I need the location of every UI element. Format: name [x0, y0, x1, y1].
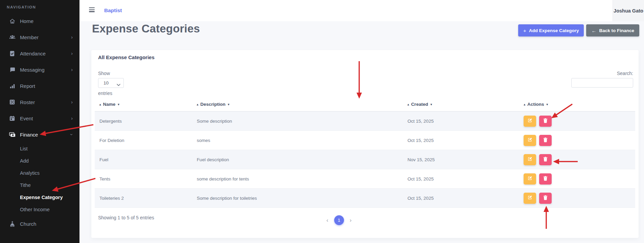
sidebar-item-roster[interactable]: Roster › [0, 94, 79, 110]
pagination-page-1-button[interactable]: 1 [334, 215, 344, 225]
table-row: Fuel Fuel description Nov 15, 2025 [95, 150, 635, 169]
sidebar-item-church[interactable]: Church [0, 216, 79, 232]
delete-button[interactable] [539, 135, 552, 146]
sort-asc-icon: ▴ [408, 103, 409, 106]
chevron-right-icon: › [71, 99, 73, 105]
chat-icon [9, 67, 16, 72]
entries-label: entries [98, 91, 112, 96]
sidebar-subitem-label: List [20, 146, 28, 151]
trash-icon [543, 137, 548, 143]
delete-button[interactable] [539, 193, 552, 204]
edit-button[interactable] [524, 154, 536, 165]
cell-actions [519, 131, 635, 150]
expense-categories-table: ▴Name▾ ▴Description▾ ▴Created▾ ▴Actions▾… [95, 97, 635, 208]
church-icon [9, 221, 16, 227]
column-header-actions[interactable]: ▴Actions▾ [519, 97, 635, 112]
expense-categories-card: All Expense Categories Show 10 entries S… [91, 50, 639, 238]
chevron-down-icon: › [69, 134, 75, 136]
calendar-icon [9, 116, 16, 121]
page-size-select[interactable]: 10 [98, 78, 124, 88]
sidebar-subitem-label: Tithe [20, 183, 31, 188]
cell-actions [519, 112, 635, 131]
add-expense-category-button[interactable]: + Add Expense Category [518, 24, 584, 37]
sidebar-item-messaging[interactable]: Messaging › [0, 62, 79, 78]
cell-created: Oct 15, 2025 [403, 169, 519, 189]
grid-icon [9, 99, 16, 105]
table-row: Detergents Some description Oct 15, 2025 [95, 112, 635, 131]
sidebar-subitem-list[interactable]: List [0, 143, 79, 155]
sidebar-item-event[interactable]: Event › [0, 110, 79, 126]
sidebar-subitem-other-income[interactable]: Other Income [0, 203, 79, 216]
column-header-label: Actions [527, 102, 544, 107]
sidebar-item-label: Church [20, 221, 73, 227]
plus-icon: + [523, 28, 526, 33]
page-header-actions: + Add Expense Category ← Back to Finance [518, 24, 639, 37]
sidebar-item-label: Messaging [20, 67, 71, 73]
column-header-label: Name [103, 102, 116, 107]
users-icon [9, 35, 16, 40]
edit-button[interactable] [524, 135, 536, 146]
pagination-next-button[interactable]: › [350, 217, 352, 223]
cell-description: some description for tents [192, 169, 403, 189]
cell-name: For Deletion [95, 131, 192, 150]
edit-button[interactable] [524, 193, 536, 204]
cell-description: Some description for toiletries [192, 189, 403, 208]
sidebar-item-label: Report [20, 83, 73, 89]
page-title: Expense Categories [92, 22, 200, 35]
cell-description: somes [192, 131, 403, 150]
sidebar-item-label: Finance [20, 132, 71, 138]
column-header-label: Created [411, 102, 428, 107]
edit-button[interactable] [524, 116, 536, 127]
topbar: Baptist Joshua Gato [79, 0, 644, 21]
bar-chart-icon [9, 83, 16, 89]
table-summary: Showing 1 to 5 of 5 entries [98, 215, 154, 220]
cell-created: Oct 15, 2025 [403, 112, 519, 131]
sidebar-section-label: NAVIGATION [7, 5, 79, 9]
delete-button[interactable] [539, 116, 552, 127]
cell-actions [519, 189, 635, 208]
page-size-value: 10 [104, 80, 109, 86]
sidebar-item-finance[interactable]: Finance › [0, 126, 79, 143]
pagination: ‹ 1 › [326, 215, 351, 225]
sidebar-item-member[interactable]: Member › [0, 29, 79, 45]
show-label: Show [98, 71, 110, 76]
search-input[interactable] [571, 78, 633, 88]
delete-button[interactable] [539, 154, 552, 165]
home-icon [9, 18, 16, 24]
column-header-description[interactable]: ▴Description▾ [192, 97, 403, 112]
sort-menu-icon: ▾ [228, 103, 229, 106]
sidebar-subitem-tithe[interactable]: Tithe [0, 179, 79, 191]
sidebar-item-report[interactable]: Report [0, 78, 79, 94]
chevron-right-icon: › [71, 51, 73, 56]
sidebar-subitem-label: Analytics [20, 170, 40, 176]
sidebar-subitem-analytics[interactable]: Analytics [0, 167, 79, 179]
cell-actions [519, 150, 635, 169]
user-name: Joshua Gato [614, 8, 643, 14]
sidebar-subitem-expense-category[interactable]: Expense Category [0, 191, 79, 203]
select-caret-icon [117, 82, 120, 87]
table-row: Toileteries 2 Some description for toile… [95, 189, 635, 208]
chevron-right-icon: › [71, 116, 73, 121]
sidebar-subitem-add[interactable]: Add [0, 155, 79, 167]
hamburger-menu-icon[interactable] [89, 7, 95, 14]
sidebar-item-home[interactable]: Home [0, 13, 79, 29]
cell-created: Oct 15, 2025 [403, 189, 519, 208]
pagination-prev-button[interactable]: ‹ [326, 217, 328, 223]
user-menu[interactable]: Joshua Gato [613, 0, 644, 21]
column-header-created[interactable]: ▴Created▾ [403, 97, 519, 112]
back-to-finance-button[interactable]: ← Back to Finance [586, 24, 639, 37]
sort-asc-icon: ▴ [524, 103, 525, 106]
search-label: Search: [617, 71, 633, 76]
delete-button[interactable] [539, 173, 552, 185]
sidebar-item-attendance[interactable]: Attendance › [0, 45, 79, 62]
edit-icon [527, 118, 532, 124]
back-to-finance-label: Back to Finance [599, 28, 634, 33]
edit-icon [527, 195, 532, 201]
trash-icon [543, 118, 548, 124]
edit-button[interactable] [524, 173, 536, 185]
brand-link[interactable]: Baptist [104, 7, 122, 14]
trash-icon [543, 156, 548, 163]
column-header-name[interactable]: ▴Name▾ [95, 97, 192, 112]
edit-icon [527, 137, 532, 143]
sidebar-item-label: Member [20, 34, 71, 40]
